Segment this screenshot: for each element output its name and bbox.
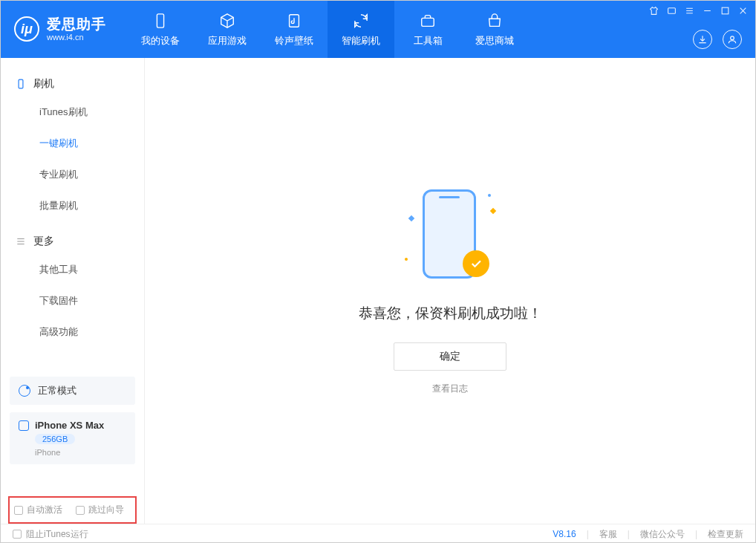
success-title: 恭喜您，保资料刷机成功啦！: [359, 304, 542, 323]
svg-point-5: [731, 36, 734, 40]
nav-tab-label: 智能刷机: [342, 34, 380, 48]
window-controls: [648, 5, 748, 16]
version-label: V8.16: [553, 529, 576, 539]
device-mode-label: 正常模式: [38, 384, 76, 397]
option-auto-activate[interactable]: 自动激活: [14, 504, 62, 516]
refresh-shield-icon: [352, 12, 370, 30]
sidebar-section-title: 刷机: [33, 77, 54, 91]
nav-tabs: 我的设备 应用游戏 铃声壁纸 智能刷机 工具箱 爱思商城: [127, 1, 528, 58]
logo-text: 爱思助手 www.i4.cn: [47, 16, 106, 43]
nav-tab-flash[interactable]: 智能刷机: [328, 1, 394, 58]
svg-rect-4: [722, 7, 729, 14]
list-icon: [16, 236, 26, 247]
confirm-button[interactable]: 确定: [394, 342, 506, 371]
checkbox-icon[interactable]: [76, 506, 85, 515]
nav-tab-toolbox[interactable]: 工具箱: [394, 1, 461, 58]
checkmark-badge-icon: [463, 250, 489, 277]
app-name: 爱思助手: [47, 16, 106, 33]
phone-small-icon: [19, 420, 29, 431]
cube-icon: [218, 12, 236, 30]
sidebar-item-other-tools[interactable]: 其他工具: [1, 254, 144, 285]
nav-tab-label: 应用游戏: [208, 34, 247, 48]
separator: |: [695, 529, 697, 539]
footer-right: V8.16 | 客服 | 微信公众号 | 检查更新: [553, 528, 743, 541]
device-name-text: iPhone XS Max: [35, 420, 104, 431]
svg-rect-0: [157, 13, 163, 27]
app-logo-icon: iμ: [14, 16, 39, 42]
nav-tab-label: 我的设备: [141, 34, 180, 48]
menu-icon[interactable]: [684, 5, 694, 16]
success-illustration: [402, 186, 498, 283]
option-label: 自动激活: [27, 504, 62, 516]
sidebar-section-title: 更多: [33, 235, 54, 248]
view-log-link[interactable]: 查看日志: [432, 383, 468, 395]
toolbox-icon: [419, 12, 437, 30]
device-info-row[interactable]: iPhone XS Max 256GB iPhone: [10, 412, 135, 464]
checkbox-icon[interactable]: [14, 506, 23, 515]
nav-tab-my-device[interactable]: 我的设备: [127, 1, 194, 58]
svg-rect-2: [422, 18, 434, 26]
checkbox-icon[interactable]: [13, 530, 22, 539]
feedback-icon[interactable]: [666, 5, 677, 16]
device-type-label: iPhone: [35, 448, 126, 457]
nav-tab-apps[interactable]: 应用游戏: [194, 1, 261, 58]
app-body: 刷机 iTunes刷机 一键刷机 专业刷机 批量刷机 更多 其他工具 下载固件 …: [1, 58, 755, 524]
sidebar-item-download-firmware[interactable]: 下载固件: [1, 285, 144, 316]
maximize-icon[interactable]: [720, 5, 730, 16]
minimize-icon[interactable]: [702, 5, 712, 16]
app-footer: 阻止iTunes运行 V8.16 | 客服 | 微信公众号 | 检查更新: [1, 524, 755, 543]
sparkle-icon: [408, 215, 414, 221]
svg-rect-6: [19, 79, 23, 88]
user-icon[interactable]: [723, 30, 742, 49]
dot-icon: [405, 258, 408, 261]
separator: |: [587, 529, 589, 539]
footer-link-update[interactable]: 检查更新: [708, 528, 743, 541]
logo-area: iμ 爱思助手 www.i4.cn: [1, 16, 120, 43]
footer-link-wechat[interactable]: 微信公众号: [640, 528, 685, 541]
mode-status-icon: [19, 385, 30, 397]
sidebar-section-flash: 刷机: [1, 71, 144, 97]
option-label: 跳过向导: [88, 504, 124, 516]
header-right-icons: [693, 30, 742, 49]
sidebar-item-advanced[interactable]: 高级功能: [1, 316, 144, 348]
device-mode-row[interactable]: 正常模式: [10, 377, 135, 405]
sidebar-item-batch-flash[interactable]: 批量刷机: [1, 190, 144, 221]
app-header: iμ 爱思助手 www.i4.cn 我的设备 应用游戏 铃声壁纸 智能刷机 工具…: [1, 1, 755, 58]
sparkle-icon: [490, 208, 496, 214]
device-icon: [151, 12, 169, 30]
sidebar: 刷机 iTunes刷机 一键刷机 专业刷机 批量刷机 更多 其他工具 下载固件 …: [1, 58, 145, 524]
skin-icon[interactable]: [648, 5, 659, 16]
device-name: iPhone XS Max: [19, 420, 126, 431]
main-content: 恭喜您，保资料刷机成功啦！ 确定 查看日志: [145, 58, 755, 524]
option-skip-guide[interactable]: 跳过向导: [76, 504, 124, 516]
music-file-icon: [285, 12, 303, 30]
svg-rect-3: [668, 7, 675, 13]
sidebar-item-itunes-flash[interactable]: iTunes刷机: [1, 97, 144, 128]
sidebar-item-oneclick-flash[interactable]: 一键刷机: [1, 128, 144, 159]
close-icon[interactable]: [737, 5, 748, 16]
nav-tab-label: 铃声壁纸: [275, 34, 313, 48]
footer-link-support[interactable]: 客服: [599, 528, 617, 541]
phone-outline-icon: [16, 79, 26, 89]
device-panel: 正常模式 iPhone XS Max 256GB iPhone: [10, 377, 135, 464]
dot-icon: [488, 194, 491, 197]
sidebar-section-more: 更多: [1, 229, 144, 254]
footer-block-itunes-label: 阻止iTunes运行: [26, 528, 88, 541]
nav-tab-label: 工具箱: [414, 34, 443, 48]
flash-options-row: 自动激活 跳过向导: [8, 496, 137, 524]
store-icon: [486, 12, 504, 30]
sidebar-item-pro-flash[interactable]: 专业刷机: [1, 159, 144, 190]
footer-block-itunes[interactable]: 阻止iTunes运行: [13, 528, 88, 541]
nav-tab-label: 爱思商城: [475, 34, 514, 48]
nav-tab-ringtones[interactable]: 铃声壁纸: [261, 1, 328, 58]
separator: |: [628, 529, 630, 539]
download-icon[interactable]: [693, 30, 712, 49]
nav-tab-store[interactable]: 爱思商城: [461, 1, 528, 58]
device-storage-badge: 256GB: [35, 434, 75, 444]
app-url: www.i4.cn: [47, 33, 106, 42]
